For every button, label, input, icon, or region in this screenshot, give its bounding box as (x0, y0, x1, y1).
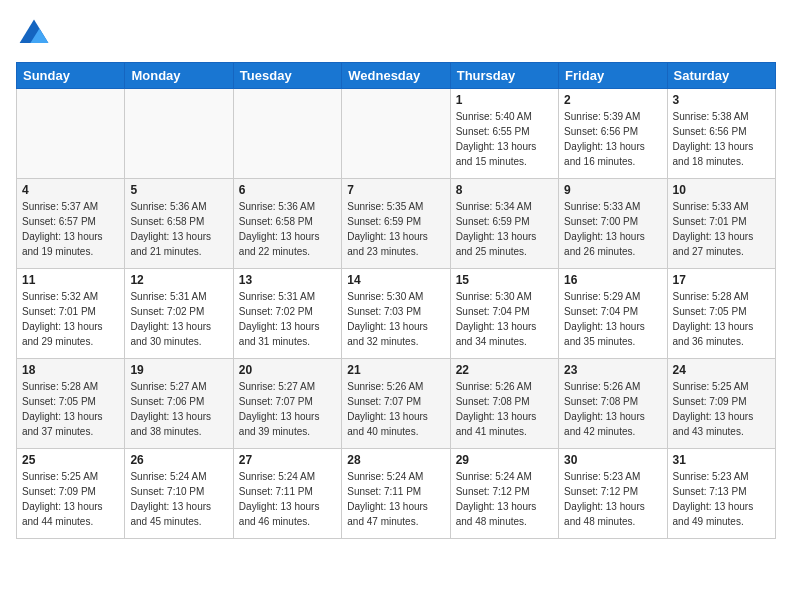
calendar-week-5: 25Sunrise: 5:25 AM Sunset: 7:09 PM Dayli… (17, 449, 776, 539)
day-number: 6 (239, 183, 336, 197)
day-info: Sunrise: 5:26 AM Sunset: 7:07 PM Dayligh… (347, 379, 444, 439)
day-info: Sunrise: 5:25 AM Sunset: 7:09 PM Dayligh… (673, 379, 770, 439)
day-info: Sunrise: 5:23 AM Sunset: 7:12 PM Dayligh… (564, 469, 661, 529)
day-number: 3 (673, 93, 770, 107)
calendar-cell: 3Sunrise: 5:38 AM Sunset: 6:56 PM Daylig… (667, 89, 775, 179)
calendar-cell: 11Sunrise: 5:32 AM Sunset: 7:01 PM Dayli… (17, 269, 125, 359)
day-info: Sunrise: 5:30 AM Sunset: 7:03 PM Dayligh… (347, 289, 444, 349)
calendar-cell: 14Sunrise: 5:30 AM Sunset: 7:03 PM Dayli… (342, 269, 450, 359)
calendar-cell: 16Sunrise: 5:29 AM Sunset: 7:04 PM Dayli… (559, 269, 667, 359)
day-number: 24 (673, 363, 770, 377)
day-info: Sunrise: 5:36 AM Sunset: 6:58 PM Dayligh… (239, 199, 336, 259)
calendar-cell: 30Sunrise: 5:23 AM Sunset: 7:12 PM Dayli… (559, 449, 667, 539)
day-number: 1 (456, 93, 553, 107)
calendar-cell: 8Sunrise: 5:34 AM Sunset: 6:59 PM Daylig… (450, 179, 558, 269)
day-number: 21 (347, 363, 444, 377)
day-info: Sunrise: 5:31 AM Sunset: 7:02 PM Dayligh… (130, 289, 227, 349)
day-number: 31 (673, 453, 770, 467)
day-info: Sunrise: 5:28 AM Sunset: 7:05 PM Dayligh… (673, 289, 770, 349)
day-number: 9 (564, 183, 661, 197)
calendar-cell (233, 89, 341, 179)
weekday-header-sunday: Sunday (17, 63, 125, 89)
day-number: 16 (564, 273, 661, 287)
weekday-header-thursday: Thursday (450, 63, 558, 89)
calendar-cell: 15Sunrise: 5:30 AM Sunset: 7:04 PM Dayli… (450, 269, 558, 359)
day-number: 12 (130, 273, 227, 287)
calendar-week-4: 18Sunrise: 5:28 AM Sunset: 7:05 PM Dayli… (17, 359, 776, 449)
weekday-header-monday: Monday (125, 63, 233, 89)
logo (16, 16, 56, 52)
day-number: 4 (22, 183, 119, 197)
day-number: 13 (239, 273, 336, 287)
day-info: Sunrise: 5:25 AM Sunset: 7:09 PM Dayligh… (22, 469, 119, 529)
calendar-cell: 24Sunrise: 5:25 AM Sunset: 7:09 PM Dayli… (667, 359, 775, 449)
calendar-cell: 21Sunrise: 5:26 AM Sunset: 7:07 PM Dayli… (342, 359, 450, 449)
calendar-cell: 5Sunrise: 5:36 AM Sunset: 6:58 PM Daylig… (125, 179, 233, 269)
calendar-cell: 28Sunrise: 5:24 AM Sunset: 7:11 PM Dayli… (342, 449, 450, 539)
day-number: 10 (673, 183, 770, 197)
day-info: Sunrise: 5:26 AM Sunset: 7:08 PM Dayligh… (564, 379, 661, 439)
day-info: Sunrise: 5:35 AM Sunset: 6:59 PM Dayligh… (347, 199, 444, 259)
calendar-week-2: 4Sunrise: 5:37 AM Sunset: 6:57 PM Daylig… (17, 179, 776, 269)
calendar-cell: 13Sunrise: 5:31 AM Sunset: 7:02 PM Dayli… (233, 269, 341, 359)
calendar-cell: 17Sunrise: 5:28 AM Sunset: 7:05 PM Dayli… (667, 269, 775, 359)
calendar-cell: 27Sunrise: 5:24 AM Sunset: 7:11 PM Dayli… (233, 449, 341, 539)
calendar-cell: 18Sunrise: 5:28 AM Sunset: 7:05 PM Dayli… (17, 359, 125, 449)
day-info: Sunrise: 5:32 AM Sunset: 7:01 PM Dayligh… (22, 289, 119, 349)
day-number: 30 (564, 453, 661, 467)
day-info: Sunrise: 5:24 AM Sunset: 7:10 PM Dayligh… (130, 469, 227, 529)
calendar-cell: 25Sunrise: 5:25 AM Sunset: 7:09 PM Dayli… (17, 449, 125, 539)
day-number: 22 (456, 363, 553, 377)
day-info: Sunrise: 5:27 AM Sunset: 7:06 PM Dayligh… (130, 379, 227, 439)
calendar-cell: 4Sunrise: 5:37 AM Sunset: 6:57 PM Daylig… (17, 179, 125, 269)
weekday-header-friday: Friday (559, 63, 667, 89)
weekday-header-wednesday: Wednesday (342, 63, 450, 89)
calendar-cell (17, 89, 125, 179)
calendar-cell: 6Sunrise: 5:36 AM Sunset: 6:58 PM Daylig… (233, 179, 341, 269)
day-number: 25 (22, 453, 119, 467)
calendar-cell: 9Sunrise: 5:33 AM Sunset: 7:00 PM Daylig… (559, 179, 667, 269)
calendar-cell: 29Sunrise: 5:24 AM Sunset: 7:12 PM Dayli… (450, 449, 558, 539)
day-info: Sunrise: 5:30 AM Sunset: 7:04 PM Dayligh… (456, 289, 553, 349)
calendar-cell: 10Sunrise: 5:33 AM Sunset: 7:01 PM Dayli… (667, 179, 775, 269)
weekday-header-row: SundayMondayTuesdayWednesdayThursdayFrid… (17, 63, 776, 89)
day-number: 27 (239, 453, 336, 467)
weekday-header-tuesday: Tuesday (233, 63, 341, 89)
day-number: 14 (347, 273, 444, 287)
day-info: Sunrise: 5:33 AM Sunset: 7:00 PM Dayligh… (564, 199, 661, 259)
day-info: Sunrise: 5:33 AM Sunset: 7:01 PM Dayligh… (673, 199, 770, 259)
day-number: 28 (347, 453, 444, 467)
day-number: 11 (22, 273, 119, 287)
calendar-cell: 31Sunrise: 5:23 AM Sunset: 7:13 PM Dayli… (667, 449, 775, 539)
day-number: 18 (22, 363, 119, 377)
day-number: 19 (130, 363, 227, 377)
calendar-cell: 22Sunrise: 5:26 AM Sunset: 7:08 PM Dayli… (450, 359, 558, 449)
calendar-week-1: 1Sunrise: 5:40 AM Sunset: 6:55 PM Daylig… (17, 89, 776, 179)
calendar-cell: 23Sunrise: 5:26 AM Sunset: 7:08 PM Dayli… (559, 359, 667, 449)
day-info: Sunrise: 5:39 AM Sunset: 6:56 PM Dayligh… (564, 109, 661, 169)
day-number: 8 (456, 183, 553, 197)
weekday-header-saturday: Saturday (667, 63, 775, 89)
calendar-cell: 20Sunrise: 5:27 AM Sunset: 7:07 PM Dayli… (233, 359, 341, 449)
day-info: Sunrise: 5:29 AM Sunset: 7:04 PM Dayligh… (564, 289, 661, 349)
calendar-cell: 12Sunrise: 5:31 AM Sunset: 7:02 PM Dayli… (125, 269, 233, 359)
calendar-cell: 1Sunrise: 5:40 AM Sunset: 6:55 PM Daylig… (450, 89, 558, 179)
logo-icon (16, 16, 52, 52)
day-number: 7 (347, 183, 444, 197)
calendar-cell: 26Sunrise: 5:24 AM Sunset: 7:10 PM Dayli… (125, 449, 233, 539)
day-number: 20 (239, 363, 336, 377)
day-info: Sunrise: 5:24 AM Sunset: 7:12 PM Dayligh… (456, 469, 553, 529)
day-info: Sunrise: 5:23 AM Sunset: 7:13 PM Dayligh… (673, 469, 770, 529)
calendar-cell: 19Sunrise: 5:27 AM Sunset: 7:06 PM Dayli… (125, 359, 233, 449)
page-header (16, 16, 776, 52)
day-info: Sunrise: 5:24 AM Sunset: 7:11 PM Dayligh… (347, 469, 444, 529)
day-info: Sunrise: 5:26 AM Sunset: 7:08 PM Dayligh… (456, 379, 553, 439)
day-number: 5 (130, 183, 227, 197)
day-info: Sunrise: 5:31 AM Sunset: 7:02 PM Dayligh… (239, 289, 336, 349)
day-info: Sunrise: 5:37 AM Sunset: 6:57 PM Dayligh… (22, 199, 119, 259)
day-info: Sunrise: 5:40 AM Sunset: 6:55 PM Dayligh… (456, 109, 553, 169)
day-info: Sunrise: 5:34 AM Sunset: 6:59 PM Dayligh… (456, 199, 553, 259)
day-info: Sunrise: 5:27 AM Sunset: 7:07 PM Dayligh… (239, 379, 336, 439)
day-number: 23 (564, 363, 661, 377)
day-number: 26 (130, 453, 227, 467)
